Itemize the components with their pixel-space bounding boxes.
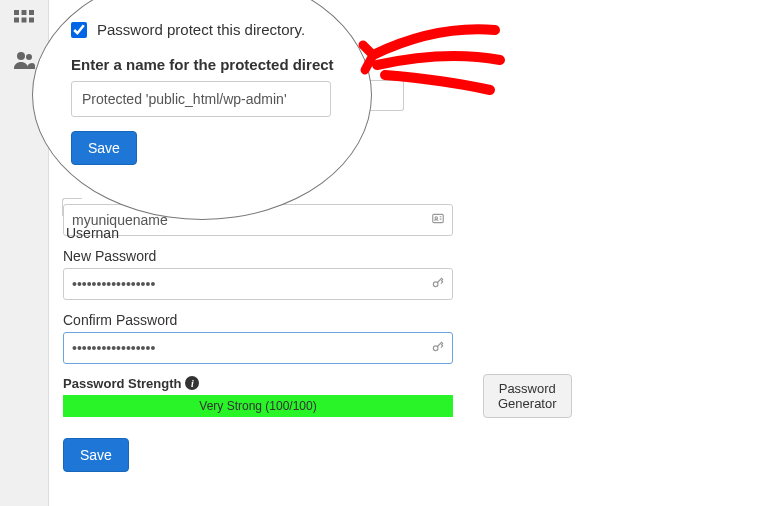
magnifier-save-button[interactable]: Save — [71, 131, 137, 165]
username-label-partial: Usernan — [66, 225, 119, 241]
svg-rect-4 — [22, 18, 27, 23]
password-strength-row: Password Strength i Very Strong (100/100… — [63, 374, 453, 418]
password-generator-button[interactable]: Password Generator — [483, 374, 572, 418]
directory-name-input[interactable] — [71, 81, 331, 117]
password-strength-label: Password Strength i — [63, 376, 453, 391]
background-corner — [62, 198, 82, 216]
svg-rect-3 — [14, 18, 19, 23]
svg-rect-2 — [29, 10, 34, 15]
svg-rect-0 — [14, 10, 19, 15]
svg-point-6 — [17, 52, 25, 60]
password-strength-bar: Very Strong (100/100) — [63, 395, 453, 417]
svg-point-7 — [26, 54, 32, 60]
info-icon[interactable]: i — [185, 376, 199, 390]
confirm-password-label: Confirm Password — [63, 312, 453, 328]
new-password-label: New Password — [63, 248, 453, 264]
svg-rect-5 — [29, 18, 34, 23]
protect-checkbox-row: Password protect this directory. — [71, 21, 351, 38]
new-password-input[interactable] — [63, 268, 453, 300]
save-button[interactable]: Save — [63, 438, 129, 472]
svg-rect-1 — [22, 10, 27, 15]
directory-name-label: Enter a name for the protected direct — [71, 56, 351, 73]
password-protect-label: Password protect this directory. — [97, 21, 305, 38]
password-protect-checkbox[interactable] — [71, 22, 87, 38]
strength-label-text: Password Strength — [63, 376, 181, 391]
apps-grid-icon[interactable] — [12, 8, 36, 32]
confirm-password-block: Confirm Password — [63, 312, 453, 364]
strength-text: Very Strong (100/100) — [199, 399, 316, 413]
confirm-password-input[interactable] — [63, 332, 453, 364]
users-icon[interactable] — [12, 48, 36, 72]
new-password-block: New Password — [63, 248, 453, 300]
